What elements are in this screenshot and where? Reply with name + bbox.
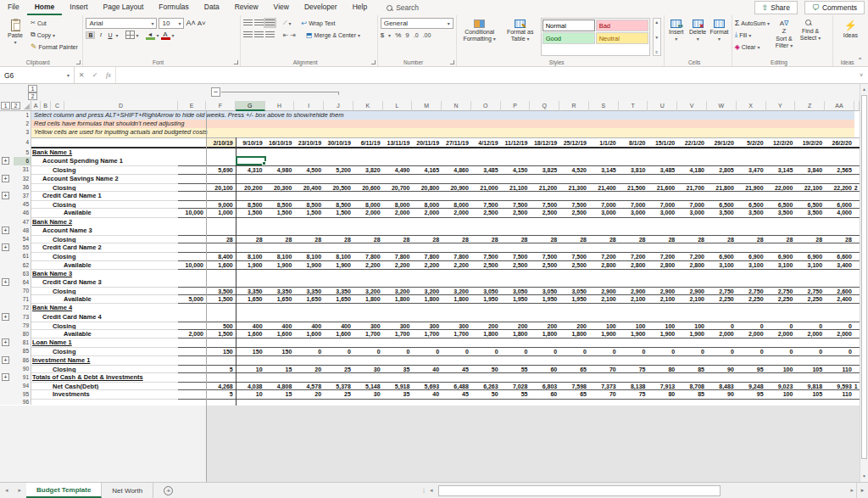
cell-H36[interactable]: 20,300 [265,183,295,192]
cell-R70[interactable]: 3,050 [559,287,589,295]
cell-I45[interactable]: 8,500 [294,200,324,209]
cell-Z90[interactable]: 105 [795,365,825,373]
cell-Y94[interactable]: 9,023 [766,382,796,390]
cell-H79[interactable]: 400 [265,322,295,330]
date-header-22/1/20[interactable]: 22/1/20 [677,137,707,149]
row-label-5[interactable]: Bank Name 1 [31,148,178,157]
cell-O70[interactable]: 3,050 [471,287,501,295]
percent-button[interactable]: % [395,31,401,39]
data-region-47[interactable] [206,218,860,227]
row-label-90[interactable]: Closing [31,365,178,373]
row-label-45[interactable]: Closing [31,200,178,209]
cell-X71[interactable]: 2,250 [737,295,766,304]
cell-H70[interactable]: 3,350 [265,287,295,295]
font-name-combo[interactable]: Arial▾ [86,18,157,29]
ribbon-tab-formulas[interactable]: Formulas [151,0,196,15]
row-header-3[interactable]: 3 [14,128,31,137]
expand-group-button[interactable]: + [2,175,9,182]
cell-M71[interactable]: 1,800 [412,295,442,304]
hscroll-right-icon[interactable]: ▸ [848,483,856,498]
expand-group-button[interactable]: + [2,278,9,286]
cell-partial-62[interactable] [854,261,860,270]
cell-X70[interactable]: 2,750 [737,287,766,295]
date-header-27/11/19[interactable]: 27/11/19 [442,137,471,149]
collapse-column-group-button[interactable]: − [211,87,220,97]
scroll-up-icon[interactable]: ▲ [860,87,868,92]
cell-H71[interactable]: 1,650 [265,295,295,304]
cell-I31[interactable]: 4,500 [294,165,324,174]
sort-filter-button[interactable]: A∇Z Sort & Filter ▾ [772,18,796,56]
e-cell-5[interactable] [178,148,206,157]
e-cell-73[interactable] [178,313,206,322]
cell-Z46[interactable]: 3,500 [795,209,825,217]
data-region-73[interactable] [206,313,860,322]
cell-I79[interactable]: 400 [294,322,324,330]
cell-G45[interactable]: 8,500 [236,200,265,209]
cell-H95[interactable]: 15 [265,390,295,399]
row-header-61[interactable]: 61 [14,252,31,260]
cell-M80[interactable]: 1,700 [412,330,442,339]
row-label-46[interactable]: Available [31,209,178,217]
cell-Y95[interactable]: 100 [766,390,796,399]
wrap-text-button[interactable]: Wrap Text [309,20,335,26]
cell-X31[interactable]: 3,470 [737,165,766,174]
cell-U85[interactable]: 0 [648,347,677,355]
cell-J85[interactable]: 0 [324,347,353,355]
e-cell-46[interactable]: 10,000 [178,209,206,217]
cell-K95[interactable]: 30 [353,390,383,399]
cell-Z70[interactable]: 2,750 [795,287,825,295]
font-size-combo[interactable]: 10▾ [159,18,184,29]
row-header-32[interactable]: 32 [14,175,31,183]
e-cell-64[interactable] [178,278,206,287]
cell-F95[interactable]: 5 [206,390,236,399]
cell-V70[interactable]: 2,900 [677,287,707,295]
row-label-86[interactable]: Investment Name 1 [31,356,178,365]
cell-T71[interactable]: 2,100 [619,295,648,304]
cell-S94[interactable]: 7,373 [589,382,619,390]
cell-M90[interactable]: 40 [412,365,442,373]
cell-P62[interactable]: 2,500 [501,261,531,270]
cell-AA90[interactable]: 110 [825,365,854,373]
cell-AA79[interactable]: 0 [825,322,854,330]
cell-I36[interactable]: 20,400 [294,183,324,192]
date-header-1/1/20[interactable]: 1/1/20 [589,137,619,149]
row-label-47[interactable]: Bank Name 2 [31,218,178,227]
align-top-button[interactable] [243,20,253,26]
cell-G36[interactable]: 20,200 [236,183,265,192]
e-cell-70[interactable] [178,287,206,295]
cell-W94[interactable]: 8,483 [707,382,737,390]
conditional-formatting-button[interactable]: Conditional Formatting ▾ [459,18,500,56]
cell-W95[interactable]: 90 [707,390,737,399]
column-header-O[interactable]: O [471,101,501,111]
cell-M79[interactable]: 300 [412,322,442,330]
data-region-72[interactable] [206,304,860,312]
cell-R54[interactable]: 28 [559,235,589,243]
row-label-71[interactable]: Available [31,295,178,304]
cell-H61[interactable]: 8,100 [265,252,295,260]
decrease-decimal-button[interactable]: .00 [423,32,431,38]
cell-P71[interactable]: 1,950 [501,295,531,304]
cell-L90[interactable]: 35 [383,365,413,373]
data-region-63[interactable] [206,270,860,278]
row-label-64[interactable]: Credit Card Name 3 [31,278,178,287]
cell-V94[interactable]: 8,708 [677,382,707,390]
row-header-45[interactable]: 45 [14,200,31,209]
cell-AA80[interactable]: 2,000 [825,330,854,339]
cell-partial-54[interactable] [854,235,860,243]
e-cell-71[interactable]: 5,000 [178,295,206,304]
cell-S85[interactable]: 0 [589,347,619,355]
cell-K71[interactable]: 1,800 [353,295,383,304]
cell-L94[interactable]: 5,918 [383,382,413,390]
column-header-partial[interactable] [854,101,860,111]
cell-J31[interactable]: 5,200 [324,165,353,174]
cell-H54[interactable]: 28 [265,235,295,243]
cell-V85[interactable]: 0 [677,347,707,355]
cell-M54[interactable]: 28 [412,235,442,243]
cell-T79[interactable]: 100 [619,322,648,330]
column-header-Z[interactable]: Z [795,101,825,111]
orientation-button[interactable]: ⟋ [283,20,287,26]
expand-group-button[interactable]: + [2,243,9,251]
cell-F31[interactable]: 5,690 [206,165,236,174]
format-painter-button[interactable]: ✎Format Painter [31,42,78,52]
expand-group-button[interactable]: + [2,339,9,346]
